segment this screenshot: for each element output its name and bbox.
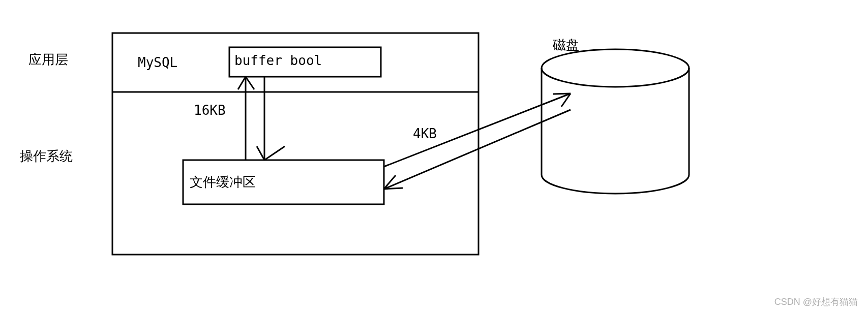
arrow-right-head1	[553, 93, 571, 94]
buffer-pool-label: buffer bool	[234, 53, 322, 68]
arrow-up-head2	[246, 77, 254, 89]
diagram-canvas	[0, 0, 868, 313]
size-4kb-label: 4KB	[413, 126, 437, 141]
arrow-down-head2	[264, 146, 285, 160]
mysql-label: MySQL	[138, 55, 177, 70]
disk-label: 磁盘	[553, 36, 579, 54]
os-layer-label: 操作系统	[20, 147, 73, 165]
arrow-right-line	[384, 93, 571, 167]
arrow-down-head1	[257, 146, 264, 160]
disk-bottom-curve	[542, 175, 689, 194]
watermark-text: CSDN @好想有猫猫	[774, 296, 858, 308]
arrow-up-head1	[238, 77, 246, 89]
arrow-left-head1	[384, 188, 403, 189]
disk-top-ellipse	[542, 49, 689, 87]
size-16kb-label: 16KB	[194, 103, 226, 118]
app-layer-label: 应用层	[28, 51, 68, 69]
file-cache-label: 文件缓冲区	[190, 173, 256, 191]
